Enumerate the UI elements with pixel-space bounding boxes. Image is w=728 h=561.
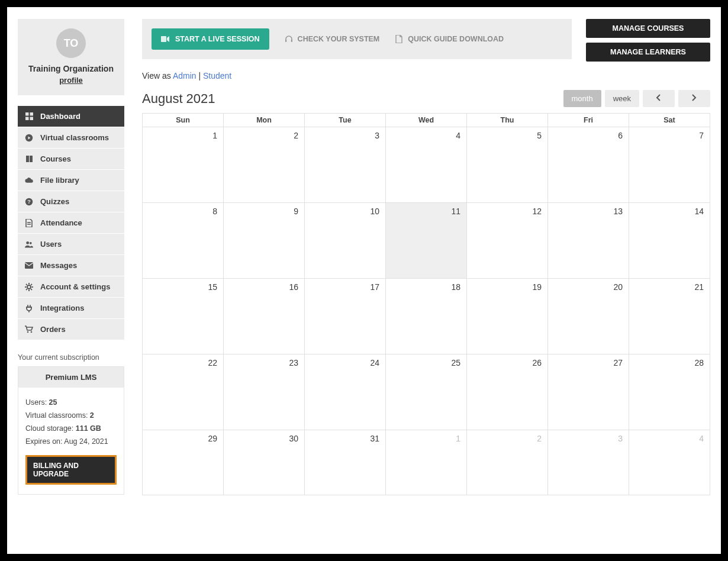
check-system-link[interactable]: CHECK YOUR SYSTEM: [285, 35, 380, 43]
svg-rect-23: [291, 40, 292, 42]
calendar-date-number: 14: [694, 207, 704, 216]
calendar-date-number: 6: [618, 131, 623, 140]
calendar-date-number: 29: [208, 434, 217, 443]
calendar-cell[interactable]: 31: [305, 430, 386, 495]
calendar-cell[interactable]: 28: [629, 354, 710, 430]
sidebar-item-file-library[interactable]: File library: [18, 170, 124, 191]
calendar-cell[interactable]: 5: [467, 127, 548, 203]
start-live-session-button[interactable]: START A LIVE SESSION: [152, 28, 269, 50]
calendar-cell[interactable]: 26: [467, 354, 548, 430]
cart-icon: [25, 325, 33, 334]
calendar-cell[interactable]: 1: [386, 430, 467, 495]
subscription-storage: Cloud storage: 111 GB: [25, 424, 117, 433]
calendar-cell[interactable]: 12: [467, 203, 548, 279]
calendar-cell[interactable]: 9: [224, 203, 305, 279]
billing-upgrade-button[interactable]: BILLING AND UPGRADE: [25, 455, 117, 485]
calendar-cell[interactable]: 24: [305, 354, 386, 430]
calendar-cell[interactable]: 2: [467, 430, 548, 495]
calendar-cell[interactable]: 19: [467, 279, 548, 354]
calendar-cell[interactable]: 4: [629, 430, 710, 495]
calendar-cell[interactable]: 13: [548, 203, 629, 279]
calendar-cell[interactable]: 10: [305, 203, 386, 279]
file-icon: [25, 219, 33, 227]
calendar-day-header: Thu: [467, 114, 548, 127]
calendar-date-number: 24: [370, 358, 379, 367]
svg-rect-3: [30, 117, 33, 121]
calendar-cell[interactable]: 16: [224, 279, 305, 354]
calendar-cell[interactable]: 23: [224, 354, 305, 430]
view-as-admin-link[interactable]: Admin: [173, 71, 197, 80]
sidebar-item-orders[interactable]: Orders: [18, 319, 124, 340]
calendar-cell[interactable]: 30: [224, 430, 305, 495]
calendar-cell[interactable]: 6: [548, 127, 629, 203]
calendar-cell[interactable]: 27: [548, 354, 629, 430]
calendar-date-number: 18: [451, 282, 460, 292]
calendar-date-number: 2: [294, 131, 298, 140]
calendar-day-header: Sun: [143, 114, 224, 127]
question-icon: ?: [25, 198, 33, 206]
sidebar-item-users[interactable]: Users: [18, 234, 124, 255]
sidebar-item-courses[interactable]: Courses: [18, 149, 124, 170]
book-icon: [25, 155, 33, 163]
manage-courses-button[interactable]: MANAGE COURSES: [586, 19, 710, 38]
calendar-day-header: Mon: [224, 114, 305, 127]
sidebar-item-label: Courses: [40, 154, 71, 163]
quick-guide-link[interactable]: QUICK GUIDE DOWNLOAD: [395, 35, 504, 43]
calendar-date-number: 4: [699, 434, 704, 443]
calendar-date-number: 26: [532, 358, 542, 367]
calendar-cell[interactable]: 7: [629, 127, 710, 203]
calendar-cell[interactable]: 21: [629, 279, 710, 354]
calendar-cell[interactable]: 8: [143, 203, 224, 279]
calendar-date-number: 1: [212, 131, 217, 140]
calendar-date-number: 16: [289, 282, 298, 292]
sidebar-item-label: Virtual classrooms: [40, 133, 109, 142]
calendar-next-button[interactable]: [678, 90, 710, 107]
calendar-cell[interactable]: 4: [386, 127, 467, 203]
calendar-week-button[interactable]: week: [605, 90, 639, 107]
sidebar-item-account-settings[interactable]: Account & settings: [18, 276, 124, 298]
profile-link[interactable]: profile: [22, 76, 120, 85]
sidebar-item-dashboard[interactable]: Dashboard: [18, 106, 124, 127]
calendar-cell[interactable]: 3: [305, 127, 386, 203]
sidebar-item-attendance[interactable]: Attendance: [18, 212, 124, 234]
calendar-month-button[interactable]: month: [563, 90, 601, 107]
view-as-student-link[interactable]: Student: [203, 71, 231, 80]
calendar-date-number: 30: [289, 434, 298, 443]
sidebar-item-label: Quizzes: [40, 197, 69, 206]
calendar-cell[interactable]: 17: [305, 279, 386, 354]
calendar-cell[interactable]: 20: [548, 279, 629, 354]
calendar-cell[interactable]: 14: [629, 203, 710, 279]
calendar-cell[interactable]: 25: [386, 354, 467, 430]
headphones-icon: [285, 35, 293, 43]
calendar-cell[interactable]: 18: [386, 279, 467, 354]
calendar-prev-button[interactable]: [643, 90, 675, 107]
sidebar-item-messages[interactable]: Messages: [18, 255, 124, 276]
sidebar-item-quizzes[interactable]: ?Quizzes: [18, 191, 124, 212]
calendar-cell[interactable]: 15: [143, 279, 224, 354]
calendar-cell[interactable]: 29: [143, 430, 224, 495]
sidebar-item-integrations[interactable]: Integrations: [18, 298, 124, 319]
calendar-cell[interactable]: 1: [143, 127, 224, 203]
view-as: View as Admin | Student: [142, 71, 710, 80]
calendar-day-header: Wed: [386, 114, 467, 127]
calendar-cell[interactable]: 3: [548, 430, 629, 495]
sidebar-item-virtual-classrooms[interactable]: Virtual classrooms: [18, 127, 124, 149]
calendar-date-number: 23: [289, 358, 298, 367]
svg-rect-1: [30, 112, 33, 116]
avatar: TO: [56, 28, 86, 58]
subscription-expires: Expires on: Aug 24, 2021: [25, 437, 117, 446]
calendar-cell[interactable]: 11: [386, 203, 467, 279]
grid-icon: [25, 112, 33, 121]
play-circle-icon: [25, 134, 33, 142]
calendar-header: August 2021 month week: [142, 90, 710, 107]
svg-point-10: [27, 285, 31, 289]
calendar-date-number: 11: [451, 207, 460, 216]
calendar-cell[interactable]: 2: [224, 127, 305, 203]
manage-learners-button[interactable]: MANAGE LEARNERS: [586, 43, 710, 62]
calendar-cell[interactable]: 22: [143, 354, 224, 430]
mail-icon: [25, 262, 33, 270]
svg-point-8: [30, 241, 32, 244]
calendar-date-number: 19: [532, 282, 542, 292]
svg-line-15: [26, 284, 27, 285]
subscription-plan: Premium LMS: [18, 367, 124, 388]
